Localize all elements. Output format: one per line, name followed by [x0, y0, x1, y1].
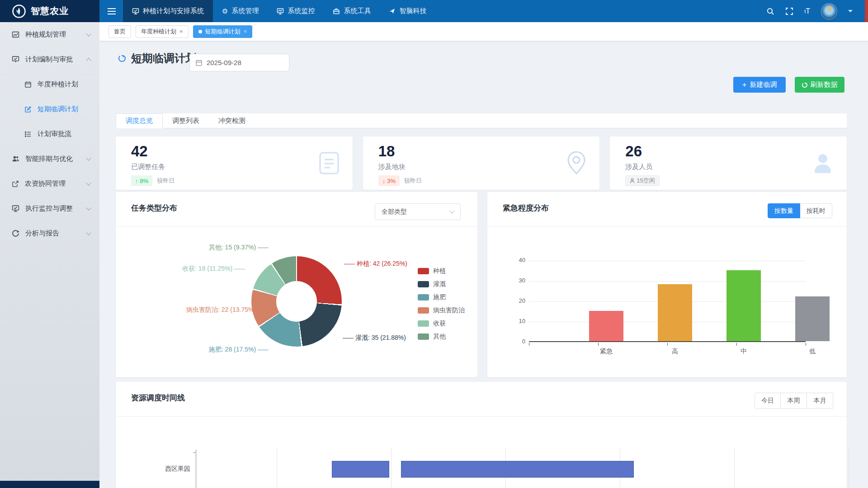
resource-timeline-card: 资源调度时间线 今日 本周 本月 西区果园 — [116, 382, 847, 488]
sidebar-item-smart-scheduling[interactable]: 智能排期与优化 — [0, 146, 99, 171]
sidebar-toggle-icon[interactable] — [108, 8, 116, 14]
user-avatar[interactable] — [821, 3, 837, 19]
scrollbar-thumb[interactable] — [865, 0, 868, 22]
sidebar-item-annual-plan[interactable]: 年度种植计划 — [0, 72, 99, 97]
bar-low — [795, 296, 830, 341]
gear-icon: ⚙ — [222, 8, 228, 14]
sidebar-item-approval-flow[interactable]: 计划审批流 — [0, 122, 99, 146]
legend-item-irrigation[interactable]: 灌溉 — [418, 280, 465, 288]
document-icon — [318, 151, 340, 175]
date-input[interactable] — [207, 59, 274, 66]
sidebar-item-planting-planning[interactable]: 种植规划管理 — [0, 22, 99, 47]
nav-item-system-admin[interactable]: ⚙ 系统管理 — [213, 0, 268, 22]
new-adjustment-button[interactable]: + 新建临调 — [733, 77, 786, 93]
brand-logo-icon — [12, 4, 26, 19]
trend-down-badge: ↓3% — [378, 175, 400, 186]
list-icon — [24, 131, 32, 138]
sidebar-item-execution-monitoring[interactable]: 执行监控与调整 — [0, 196, 99, 221]
brand-logo[interactable]: 智慧农业 — [0, 0, 99, 22]
gridline — [391, 447, 392, 488]
tag-label: 短期临调计划 — [205, 28, 241, 36]
y-axis-tick: 40 — [507, 257, 525, 263]
main-content: 短期临调计划 + 新建临调 刷新数据 调度总览 调整列表 冲突检测 42 已调整… — [99, 41, 868, 488]
gantt-bar-task-2[interactable] — [401, 461, 634, 478]
legend-item-other[interactable]: 其他 — [418, 333, 465, 341]
divider — [487, 226, 847, 227]
close-icon[interactable]: × — [244, 28, 247, 35]
sidebar-item-label: 智能排期与优化 — [25, 155, 73, 163]
tag-short-term-plan[interactable]: 短期临调计划 × — [193, 25, 253, 38]
sidebar-item-label: 种植规划管理 — [25, 30, 66, 39]
content-tabs: 调度总览 调整列表 冲突检测 — [116, 113, 847, 128]
range-today-button[interactable]: 今日 — [755, 393, 781, 409]
refresh-data-button[interactable]: 刷新数据 — [795, 77, 844, 93]
nav-item-zhinao-tech[interactable]: 智脑科技 — [380, 0, 435, 22]
tag-label: 首页 — [114, 28, 126, 36]
legend-item-planting[interactable]: 种植 — [418, 267, 465, 275]
tab-schedule-overview[interactable]: 调度总览 — [116, 113, 163, 128]
font-size-icon[interactable]: tT — [804, 7, 810, 15]
idle-count-badge: 15空闲 — [625, 175, 659, 186]
x-axis-ticks — [529, 343, 806, 346]
toggle-by-duration[interactable]: 按耗时 — [800, 203, 832, 218]
calendar-icon — [195, 59, 203, 66]
chevron-down-icon — [449, 208, 454, 213]
user-icon — [811, 152, 834, 174]
sidebar-item-analysis-reports[interactable]: 分析与报告 — [0, 221, 99, 246]
close-icon[interactable]: × — [179, 28, 183, 35]
sidebar-item-plan-compilation[interactable]: 计划编制与审批 — [0, 47, 99, 72]
tab-adjustment-list[interactable]: 调整列表 — [163, 113, 209, 128]
x-axis-label: 紧急 — [589, 347, 623, 356]
pie-label-other: 其他: 15 (9.37%) — [209, 244, 269, 252]
tags-view-bar: 首页 年度种植计划 × 短期临调计划 × — [99, 22, 868, 41]
brand-name: 智慧农业 — [31, 5, 69, 17]
tab-conflict-detection[interactable]: 冲突检测 — [209, 113, 255, 128]
type-filter-select[interactable]: 全部类型 — [375, 203, 461, 220]
pie-label-irrigation: 灌溉: 35 (21.88%) — [343, 334, 406, 342]
nav-item-label: 系统监控 — [288, 7, 315, 15]
gridline — [849, 447, 849, 488]
sidebar-item-agri-materials[interactable]: 农资协同管理 — [0, 171, 99, 196]
tag-home[interactable]: 首页 — [108, 25, 131, 38]
legend-item-harvest[interactable]: 收获 — [418, 319, 465, 328]
y-axis-tick: 10 — [507, 318, 525, 324]
gantt-row-label: 西区果园 — [138, 465, 190, 473]
date-picker[interactable] — [189, 54, 289, 71]
screen-check-icon — [132, 8, 139, 15]
chevron-down-icon[interactable] — [848, 10, 853, 14]
y-axis-line — [196, 450, 196, 488]
refresh-icon[interactable] — [118, 55, 126, 64]
range-week-button[interactable]: 本周 — [781, 393, 807, 409]
chevron-up-icon — [86, 58, 91, 63]
nav-item-planting-system[interactable]: 种植计划与安排系统 — [123, 0, 213, 22]
tag-annual-plan[interactable]: 年度种植计划 × — [136, 25, 189, 38]
sidebar-collapse-bar[interactable] — [0, 481, 99, 488]
nav-item-system-monitor[interactable]: 系统监控 — [268, 0, 324, 22]
sidebar-item-label: 计划审批流 — [38, 130, 71, 138]
trend-up-badge: ↑8% — [131, 175, 152, 186]
monitor-icon — [12, 205, 19, 212]
toggle-by-count[interactable]: 按数量 — [768, 203, 800, 218]
button-label: 刷新数据 — [811, 80, 838, 89]
top-navbar: 智慧农业 种植计划与安排系统 ⚙ 系统管理 系统监控 系统工具 智脑科技 — [0, 0, 868, 22]
sidebar-item-label: 计划编制与审批 — [25, 55, 73, 64]
x-axis-label: 低 — [795, 347, 830, 356]
chevron-down-icon — [86, 155, 91, 160]
stat-card-adjusted-tasks: 42 已调整任务 ↑8% 较昨日 — [116, 136, 353, 190]
badge-suffix: 较昨日 — [404, 177, 422, 185]
fullscreen-icon[interactable] — [785, 7, 793, 15]
pie-label-pest-control: 病虫害防治: 22 (13.75%) — [186, 306, 269, 314]
sidebar-item-short-term-plan[interactable]: 短期临调计划 — [0, 97, 99, 122]
range-month-button[interactable]: 本月 — [807, 393, 833, 409]
nav-item-system-tools[interactable]: 系统工具 — [324, 0, 380, 22]
task-type-distribution-card: 任务类型分布 全部类型 种植: 42 (26.25%) 灌溉: 35 (21.8… — [116, 192, 477, 377]
nav-item-label: 智脑科技 — [399, 7, 426, 15]
legend-item-pest-control[interactable]: 病虫害防治 — [418, 306, 465, 314]
search-icon[interactable] — [766, 7, 774, 15]
gridline — [734, 447, 735, 488]
sidebar-item-label: 分析与报告 — [25, 229, 59, 238]
gantt-bar-task-1[interactable] — [332, 461, 389, 478]
legend-item-fertilizing[interactable]: 施肥 — [418, 293, 465, 301]
y-axis-tick: 0 — [507, 338, 525, 345]
navbar-right-tools: tT — [766, 3, 868, 19]
